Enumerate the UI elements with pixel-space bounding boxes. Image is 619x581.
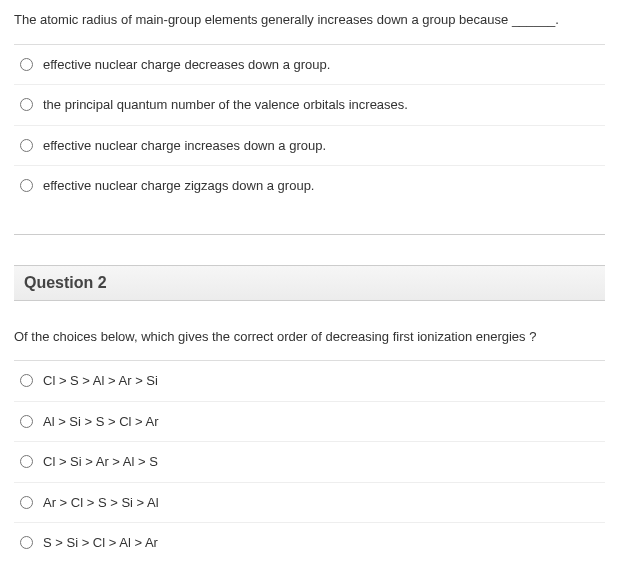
q2-radio-e[interactable]: [20, 536, 33, 549]
q2-option-e[interactable]: S > Si > Cl > Al > Ar: [14, 523, 605, 563]
q2-option-a-label: Cl > S > Al > Ar > Si: [43, 371, 158, 391]
q2-radio-d[interactable]: [20, 496, 33, 509]
q2-option-a[interactable]: Cl > S > Al > Ar > Si: [14, 361, 605, 402]
q1-option-d[interactable]: effective nuclear charge zigzags down a …: [14, 166, 605, 206]
q2-radio-b[interactable]: [20, 415, 33, 428]
q1-option-d-label: effective nuclear charge zigzags down a …: [43, 176, 314, 196]
q2-option-c-label: Cl > Si > Ar > Al > S: [43, 452, 158, 472]
q1-radio-d[interactable]: [20, 179, 33, 192]
q2-option-d[interactable]: Ar > Cl > S > Si > Al: [14, 483, 605, 524]
q1-radio-b[interactable]: [20, 98, 33, 111]
q2-option-b[interactable]: Al > Si > S > Cl > Ar: [14, 402, 605, 443]
q1-option-b-label: the principal quantum number of the vale…: [43, 95, 408, 115]
q2-option-e-label: S > Si > Cl > Al > Ar: [43, 533, 158, 553]
q2-options: Cl > S > Al > Ar > Si Al > Si > S > Cl >…: [14, 360, 605, 563]
q1-option-c-label: effective nuclear charge increases down …: [43, 136, 326, 156]
section-divider: [14, 234, 605, 235]
q1-option-b[interactable]: the principal quantum number of the vale…: [14, 85, 605, 126]
q2-prompt: Of the choices below, which gives the co…: [14, 323, 605, 361]
q1-radio-c[interactable]: [20, 139, 33, 152]
q2-radio-c[interactable]: [20, 455, 33, 468]
q2-option-b-label: Al > Si > S > Cl > Ar: [43, 412, 159, 432]
q2-radio-a[interactable]: [20, 374, 33, 387]
q1-prompt: The atomic radius of main-group elements…: [14, 6, 605, 44]
q2-option-c[interactable]: Cl > Si > Ar > Al > S: [14, 442, 605, 483]
q1-option-a-label: effective nuclear charge decreases down …: [43, 55, 330, 75]
q1-radio-a[interactable]: [20, 58, 33, 71]
q1-option-c[interactable]: effective nuclear charge increases down …: [14, 126, 605, 167]
q1-options: effective nuclear charge decreases down …: [14, 44, 605, 206]
q2-heading: Question 2: [14, 265, 605, 301]
q2-option-d-label: Ar > Cl > S > Si > Al: [43, 493, 159, 513]
q1-option-a[interactable]: effective nuclear charge decreases down …: [14, 45, 605, 86]
